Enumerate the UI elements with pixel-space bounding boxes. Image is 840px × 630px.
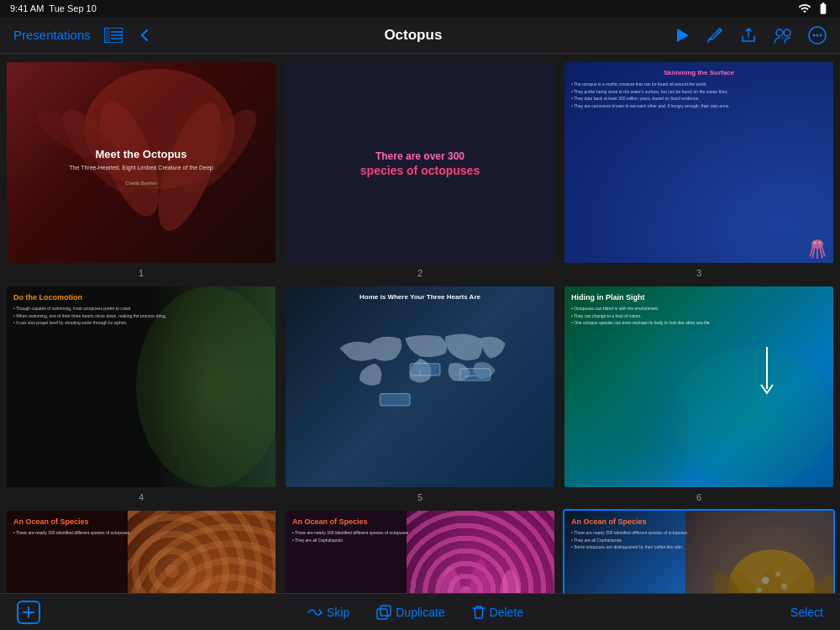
slide1-subtitle: The Three-Hearted, Eight Limbed Creature… [25,164,257,172]
back-nav-icon [136,27,153,44]
add-slide-button[interactable] [17,601,40,624]
slide-number: 4 [139,492,144,502]
more-icon [808,26,827,45]
select-label: Select [790,606,823,619]
svg-marker-5 [677,29,689,42]
slide-number: 3 [696,268,701,278]
battery-icon [816,2,830,15]
date-display: Tue Sep 10 [49,3,96,13]
svg-point-10 [813,34,816,36]
slide-number: 1 [139,268,144,278]
svg-point-8 [784,29,790,36]
svg-line-21 [812,248,814,257]
slide3-title: Skimming the Surface [571,69,827,76]
svg-rect-28 [460,369,491,381]
svg-rect-46 [377,609,387,619]
svg-point-45 [757,588,762,593]
slide-number: 2 [417,268,423,278]
svg-line-23 [821,248,822,257]
list-item[interactable]: Hiding in Plain Sight • Octopuses can bl… [563,285,835,502]
duplicate-label: Duplicate [396,606,444,619]
svg-point-43 [775,572,780,577]
status-bar: 9:41 AM Tue Sep 10 [0,0,840,17]
list-item[interactable]: Meet the Octopus The Three-Hearted, Eigh… [5,60,277,278]
play-icon [674,27,690,44]
list-item[interactable]: Skimming the Surface • The octopus is a … [563,60,835,278]
bottom-bar: Skip Duplicate Delete Select [0,593,840,630]
pencil-button[interactable] [706,26,724,45]
slide1-author: Chella Boehm [25,181,257,186]
list-item[interactable]: Home is Where Your Three Hearts Are [284,285,556,502]
list-item[interactable]: An Ocean of Species • There are nearly 3… [5,509,277,593]
toolbar: Presentations Octopus [0,17,840,54]
pencil-icon [706,26,724,45]
svg-point-6 [717,29,722,34]
duplicate-icon [376,605,391,620]
slide6-title: Hiding in Plain Sight [571,293,827,302]
svg-line-24 [822,247,825,256]
slide2-line1: There are over 300 [360,149,480,164]
slide5-title: Home is Where Your Three Hearts Are [354,286,486,304]
delete-label: Delete [490,606,523,619]
list-item[interactable]: An Ocean of Species • There are nearly 3… [284,509,556,593]
svg-rect-29 [380,394,410,406]
collaborate-button[interactable] [773,26,793,45]
time-display: 9:41 AM [10,3,44,13]
list-item[interactable]: An Ocean of Species • There are nearly 3… [563,509,835,593]
svg-point-33 [439,567,463,593]
svg-point-35 [498,570,522,593]
svg-point-7 [776,29,783,36]
more-button[interactable] [808,26,827,45]
back-nav-button[interactable] [136,27,153,44]
svg-rect-47 [381,606,391,616]
back-button[interactable]: Presentations [13,28,91,42]
list-item[interactable]: Do the Locomotion • Though capable of sw… [5,285,277,502]
slide9-title: An Ocean of Species [571,517,706,526]
svg-line-20 [811,247,813,256]
presentation-title: Octopus [384,27,442,43]
slides-grid: Meet the Octopus The Three-Hearted, Eigh… [0,54,840,593]
delete-button[interactable]: Delete [472,605,523,620]
trash-icon [472,605,486,620]
svg-point-44 [781,584,787,590]
wifi-icon [798,2,811,15]
slide4-title: Do the Locomotion [13,293,269,302]
slide7-title: An Ocean of Species [13,517,269,526]
sidebar-icon [104,28,123,43]
svg-point-12 [820,34,822,36]
sidebar-toggle-button[interactable] [104,28,123,43]
svg-point-25 [814,242,816,244]
slide8-title: An Ocean of Species [292,517,548,526]
skip-icon [307,606,323,619]
slide2-line2: species of octopuses [360,164,480,177]
svg-point-26 [818,242,821,244]
list-item[interactable]: There are over 300 species of octopuses … [284,60,556,278]
slide-number: 5 [417,492,423,502]
collaborate-icon [773,26,793,45]
svg-point-34 [469,559,492,593]
plus-icon [23,606,34,618]
svg-rect-1 [104,28,110,43]
select-button[interactable]: Select [790,606,823,619]
svg-point-42 [762,576,769,584]
duplicate-button[interactable]: Duplicate [376,605,444,620]
skip-button[interactable]: Skip [307,606,349,619]
slide-number: 6 [696,492,701,502]
share-button[interactable] [739,26,758,45]
play-button[interactable] [674,27,690,44]
svg-rect-27 [410,364,440,375]
share-icon [739,26,758,45]
slide1-title: Meet the Octopus [25,148,257,161]
skip-label: Skip [327,606,349,619]
svg-point-11 [816,34,819,36]
